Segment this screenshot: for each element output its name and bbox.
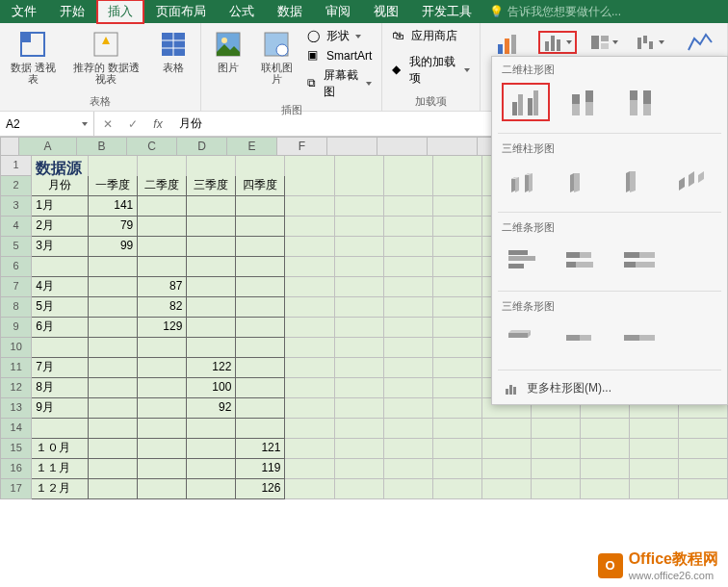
cell-B17[interactable] — [89, 479, 138, 499]
cell-A9[interactable]: 6月 — [32, 318, 89, 338]
cell-C14[interactable] — [138, 419, 187, 439]
clustered-column-option[interactable] — [502, 83, 550, 121]
more-column-charts[interactable]: 更多柱形图(M)... — [492, 372, 727, 404]
cell-E17[interactable]: 126 — [236, 479, 285, 499]
shapes-button[interactable]: ◯形状 — [303, 27, 376, 45]
cell-D14[interactable] — [187, 419, 236, 439]
stacked-column-option[interactable] — [559, 83, 608, 121]
cell-C11[interactable] — [138, 358, 187, 378]
cell-E7[interactable] — [236, 277, 285, 297]
row-header-2[interactable]: 2 — [0, 176, 32, 196]
cell-E11[interactable] — [236, 358, 285, 378]
cell-F9[interactable] — [285, 318, 334, 338]
cell-A2[interactable]: 月份 — [32, 176, 89, 196]
cell-E13[interactable] — [236, 398, 285, 419]
cell-E14[interactable] — [236, 419, 285, 439]
cell-E2[interactable]: 四季度 — [236, 176, 285, 196]
picture-button[interactable]: 图片 — [207, 27, 249, 75]
cell-C10[interactable] — [138, 338, 187, 358]
cell-C8[interactable]: 82 — [138, 297, 187, 318]
cell-D15[interactable] — [187, 439, 236, 459]
cell-E6[interactable] — [236, 257, 285, 277]
row-header-10[interactable]: 10 — [0, 338, 32, 358]
accept-formula-button[interactable]: ✓ — [123, 117, 143, 131]
col-header-B[interactable]: B — [77, 137, 127, 156]
cell-B3[interactable]: 141 — [89, 196, 138, 217]
cell-F4[interactable] — [285, 217, 334, 237]
cell-B13[interactable] — [89, 398, 138, 419]
cell-D11[interactable]: 122 — [187, 358, 236, 378]
clustered-3d-bar-option[interactable] — [502, 319, 550, 358]
cell-A12[interactable]: 8月 — [32, 378, 89, 398]
cell-D3[interactable] — [187, 196, 236, 217]
row-header-4[interactable]: 4 — [0, 217, 32, 237]
cell-A6[interactable] — [32, 257, 89, 277]
tab-view[interactable]: 视图 — [362, 0, 410, 23]
cell-D2[interactable]: 三季度 — [187, 176, 236, 196]
cell-F11[interactable] — [285, 358, 334, 378]
tab-home[interactable]: 开始 — [48, 0, 96, 23]
tab-data[interactable]: 数据 — [266, 0, 314, 23]
cell-B11[interactable] — [89, 358, 138, 378]
cell-B16[interactable] — [89, 459, 138, 479]
cell-A5[interactable]: 3月 — [32, 237, 89, 257]
cell-B15[interactable] — [89, 439, 138, 459]
cell-F17[interactable] — [285, 479, 334, 499]
tab-developer[interactable]: 开发工具 — [410, 0, 483, 23]
row-header-5[interactable]: 5 — [0, 237, 32, 257]
smartart-button[interactable]: ▣SmartArt — [303, 47, 376, 64]
row-header-16[interactable]: 16 — [0, 459, 32, 479]
3d-column-option[interactable] — [671, 162, 718, 200]
cell-D6[interactable] — [187, 257, 236, 277]
cell-E16[interactable]: 119 — [236, 459, 285, 479]
col-header-C[interactable]: C — [127, 137, 177, 156]
cell-E9[interactable] — [236, 318, 285, 338]
cell-B5[interactable]: 99 — [89, 237, 138, 257]
cell-E8[interactable] — [236, 297, 285, 318]
cell-D13[interactable]: 92 — [187, 398, 236, 419]
table-button[interactable]: 表格 — [152, 27, 195, 75]
cell-B2[interactable]: 一季度 — [89, 176, 138, 196]
cell-C13[interactable] — [138, 398, 187, 419]
cell-E3[interactable] — [236, 196, 285, 217]
tab-insert[interactable]: 插入 — [96, 0, 144, 24]
cell-F16[interactable] — [285, 459, 334, 479]
recommended-pivot-button[interactable]: 推荐的 数据透视表 — [65, 27, 146, 87]
percent-3d-column-option[interactable] — [614, 162, 662, 200]
my-addins-button[interactable]: ◆我的加载项 — [388, 53, 474, 88]
cell-C15[interactable] — [138, 439, 187, 459]
cell-F14[interactable] — [285, 419, 334, 439]
waterfall-chart-button[interactable] — [631, 31, 669, 54]
cell-E12[interactable] — [236, 378, 285, 398]
cell-A11[interactable]: 7月 — [32, 358, 89, 378]
tab-pagelayout[interactable]: 页面布局 — [144, 0, 218, 23]
cell-F6[interactable] — [285, 257, 334, 277]
cell-E10[interactable] — [236, 338, 285, 358]
percent-stacked-column-option[interactable] — [617, 83, 665, 121]
cell-A15[interactable]: １０月 — [32, 439, 89, 459]
cell-E4[interactable] — [236, 217, 285, 237]
cell-A16[interactable]: １１月 — [32, 459, 89, 479]
cell-E5[interactable] — [236, 237, 285, 257]
cell-A8[interactable]: 5月 — [32, 297, 89, 318]
cell-F15[interactable] — [285, 439, 334, 459]
cell-A3[interactable]: 1月 — [32, 196, 89, 217]
cell-F5[interactable] — [285, 237, 334, 257]
cell-C4[interactable] — [138, 217, 187, 237]
col-header-D[interactable]: D — [177, 137, 227, 156]
cell-C3[interactable] — [138, 196, 187, 217]
cell-B6[interactable] — [89, 257, 138, 277]
cell-F12[interactable] — [285, 378, 334, 398]
stacked-3d-bar-option[interactable] — [559, 319, 608, 358]
cell-C6[interactable] — [138, 257, 187, 277]
cell-A14[interactable] — [32, 419, 89, 439]
stacked-3d-column-option[interactable] — [559, 162, 606, 200]
select-all-corner[interactable] — [0, 137, 19, 156]
tab-file[interactable]: 文件 — [0, 0, 48, 23]
tell-me[interactable]: 💡 告诉我您想要做什么... — [489, 0, 621, 23]
screenshot-button[interactable]: ⧉屏幕截图 — [303, 66, 376, 101]
cell-D16[interactable] — [187, 459, 236, 479]
cell-D10[interactable] — [187, 338, 236, 358]
row-header-3[interactable]: 3 — [0, 196, 32, 217]
cell-B9[interactable] — [89, 318, 138, 338]
